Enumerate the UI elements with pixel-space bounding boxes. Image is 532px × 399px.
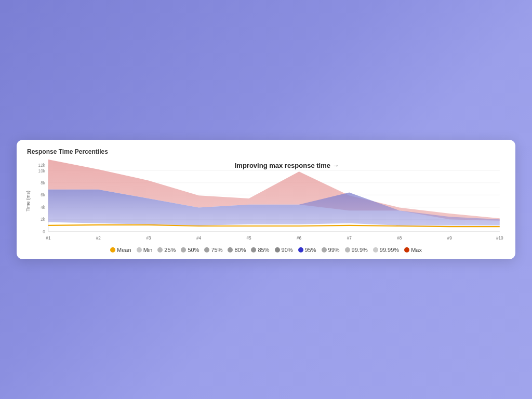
legend-dot bbox=[275, 247, 280, 252]
svg-text:8k: 8k bbox=[41, 180, 45, 185]
legend-item: 50% bbox=[181, 247, 199, 253]
legend-dot bbox=[204, 247, 209, 252]
legend-item: Min bbox=[137, 247, 153, 253]
svg-text:#9: #9 bbox=[447, 235, 452, 240]
chart-annotation: Improving max response time → bbox=[235, 162, 339, 169]
legend-dot bbox=[157, 247, 163, 252]
legend-label: 95% bbox=[305, 247, 316, 253]
legend-dot bbox=[373, 247, 378, 252]
chart-svg: 0 2k 4k 6k 8k 10k 12k bbox=[27, 159, 505, 243]
legend-label: Max bbox=[411, 247, 422, 253]
chart-title: Response Time Percentiles bbox=[27, 148, 505, 155]
legend-label: 99.99% bbox=[380, 247, 399, 253]
svg-text:#7: #7 bbox=[347, 235, 352, 240]
legend-dot bbox=[298, 247, 303, 252]
svg-text:10k: 10k bbox=[38, 168, 46, 173]
svg-text:#4: #4 bbox=[196, 235, 201, 240]
legend-item: Mean bbox=[110, 247, 131, 253]
legend-dot bbox=[345, 247, 350, 252]
legend-label: 99.9% bbox=[352, 247, 368, 253]
svg-text:2k: 2k bbox=[41, 217, 45, 222]
legend-item: 99.9% bbox=[345, 247, 368, 253]
legend-dot bbox=[181, 247, 186, 252]
legend-label: 50% bbox=[188, 247, 199, 253]
legend-label: Min bbox=[143, 247, 153, 253]
legend-label: 90% bbox=[282, 247, 293, 253]
svg-text:#2: #2 bbox=[96, 235, 101, 240]
legend-label: Mean bbox=[117, 247, 131, 253]
legend-dot bbox=[322, 247, 327, 252]
legend-dot bbox=[251, 247, 256, 252]
svg-text:4k: 4k bbox=[41, 205, 45, 210]
svg-text:#8: #8 bbox=[397, 235, 402, 240]
legend-label: 25% bbox=[164, 247, 176, 253]
legend-item: 99% bbox=[322, 247, 340, 253]
legend-item: 90% bbox=[275, 247, 293, 253]
legend-dot bbox=[228, 247, 233, 252]
svg-text:#6: #6 bbox=[297, 235, 301, 240]
legend-item: 75% bbox=[204, 247, 222, 253]
legend-dot bbox=[137, 247, 142, 252]
legend-label: 80% bbox=[234, 247, 246, 253]
svg-text:#1: #1 bbox=[46, 235, 50, 240]
legend-label: 85% bbox=[258, 247, 269, 253]
chart-card: Response Time Percentiles Time (ms) Impr… bbox=[17, 140, 515, 259]
chart-legend: MeanMin25%50%75%80%85%90%95%99%99.9%99.9… bbox=[27, 247, 505, 253]
legend-label: 99% bbox=[328, 247, 340, 253]
legend-item: 80% bbox=[228, 247, 246, 253]
legend-item: Max bbox=[404, 247, 422, 253]
legend-dot bbox=[110, 247, 115, 252]
legend-dot bbox=[404, 247, 409, 252]
legend-item: 99.99% bbox=[373, 247, 399, 253]
svg-text:12k: 12k bbox=[38, 163, 46, 168]
svg-text:#10: #10 bbox=[496, 235, 503, 240]
svg-text:#3: #3 bbox=[146, 235, 151, 240]
svg-text:0: 0 bbox=[43, 229, 45, 234]
legend-item: 95% bbox=[298, 247, 316, 253]
svg-text:6k: 6k bbox=[41, 192, 45, 197]
legend-label: 75% bbox=[211, 247, 222, 253]
legend-item: 25% bbox=[157, 247, 176, 253]
y-axis-label: Time (ms) bbox=[25, 191, 31, 211]
legend-item: 85% bbox=[251, 247, 269, 253]
svg-text:#5: #5 bbox=[247, 235, 251, 240]
chart-area: Time (ms) Improving max response time → bbox=[27, 159, 505, 243]
